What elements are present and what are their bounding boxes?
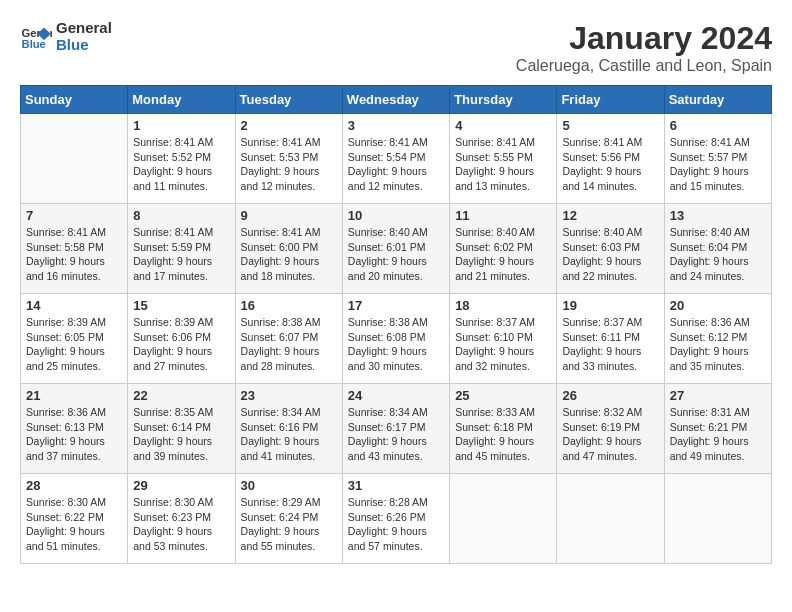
day-number: 7 [26, 208, 122, 223]
weekday-header-tuesday: Tuesday [235, 86, 342, 114]
month-year-title: January 2024 [516, 20, 772, 57]
calendar-cell: 6Sunrise: 8:41 AMSunset: 5:57 PMDaylight… [664, 114, 771, 204]
day-info: Sunrise: 8:34 AMSunset: 6:16 PMDaylight:… [241, 405, 337, 464]
title-area: January 2024 Caleruega, Castille and Leo… [516, 20, 772, 75]
calendar-cell: 5Sunrise: 8:41 AMSunset: 5:56 PMDaylight… [557, 114, 664, 204]
calendar-week-4: 21Sunrise: 8:36 AMSunset: 6:13 PMDayligh… [21, 384, 772, 474]
day-info: Sunrise: 8:41 AMSunset: 5:56 PMDaylight:… [562, 135, 658, 194]
weekday-header-saturday: Saturday [664, 86, 771, 114]
logo-line2: Blue [56, 37, 112, 54]
day-number: 30 [241, 478, 337, 493]
weekday-header-row: SundayMondayTuesdayWednesdayThursdayFrid… [21, 86, 772, 114]
day-info: Sunrise: 8:41 AMSunset: 6:00 PMDaylight:… [241, 225, 337, 284]
calendar-cell: 22Sunrise: 8:35 AMSunset: 6:14 PMDayligh… [128, 384, 235, 474]
day-number: 16 [241, 298, 337, 313]
logo: General Blue General Blue [20, 20, 112, 53]
day-info: Sunrise: 8:33 AMSunset: 6:18 PMDaylight:… [455, 405, 551, 464]
calendar-cell: 3Sunrise: 8:41 AMSunset: 5:54 PMDaylight… [342, 114, 449, 204]
day-info: Sunrise: 8:30 AMSunset: 6:23 PMDaylight:… [133, 495, 229, 554]
day-info: Sunrise: 8:28 AMSunset: 6:26 PMDaylight:… [348, 495, 444, 554]
day-info: Sunrise: 8:41 AMSunset: 5:52 PMDaylight:… [133, 135, 229, 194]
calendar-cell: 14Sunrise: 8:39 AMSunset: 6:05 PMDayligh… [21, 294, 128, 384]
day-number: 13 [670, 208, 766, 223]
day-number: 1 [133, 118, 229, 133]
weekday-header-wednesday: Wednesday [342, 86, 449, 114]
calendar-cell: 12Sunrise: 8:40 AMSunset: 6:03 PMDayligh… [557, 204, 664, 294]
day-info: Sunrise: 8:41 AMSunset: 5:53 PMDaylight:… [241, 135, 337, 194]
day-number: 21 [26, 388, 122, 403]
calendar-table: SundayMondayTuesdayWednesdayThursdayFrid… [20, 85, 772, 564]
day-info: Sunrise: 8:40 AMSunset: 6:04 PMDaylight:… [670, 225, 766, 284]
day-info: Sunrise: 8:40 AMSunset: 6:01 PMDaylight:… [348, 225, 444, 284]
calendar-cell: 23Sunrise: 8:34 AMSunset: 6:16 PMDayligh… [235, 384, 342, 474]
day-number: 15 [133, 298, 229, 313]
day-info: Sunrise: 8:38 AMSunset: 6:08 PMDaylight:… [348, 315, 444, 374]
calendar-cell: 31Sunrise: 8:28 AMSunset: 6:26 PMDayligh… [342, 474, 449, 564]
calendar-cell: 17Sunrise: 8:38 AMSunset: 6:08 PMDayligh… [342, 294, 449, 384]
day-number: 23 [241, 388, 337, 403]
weekday-header-monday: Monday [128, 86, 235, 114]
day-number: 17 [348, 298, 444, 313]
calendar-cell [664, 474, 771, 564]
calendar-week-1: 1Sunrise: 8:41 AMSunset: 5:52 PMDaylight… [21, 114, 772, 204]
day-number: 10 [348, 208, 444, 223]
calendar-cell: 13Sunrise: 8:40 AMSunset: 6:04 PMDayligh… [664, 204, 771, 294]
weekday-header-sunday: Sunday [21, 86, 128, 114]
calendar-week-3: 14Sunrise: 8:39 AMSunset: 6:05 PMDayligh… [21, 294, 772, 384]
day-number: 11 [455, 208, 551, 223]
calendar-week-2: 7Sunrise: 8:41 AMSunset: 5:58 PMDaylight… [21, 204, 772, 294]
calendar-cell: 21Sunrise: 8:36 AMSunset: 6:13 PMDayligh… [21, 384, 128, 474]
day-number: 2 [241, 118, 337, 133]
calendar-cell: 19Sunrise: 8:37 AMSunset: 6:11 PMDayligh… [557, 294, 664, 384]
day-info: Sunrise: 8:41 AMSunset: 5:59 PMDaylight:… [133, 225, 229, 284]
calendar-cell: 18Sunrise: 8:37 AMSunset: 6:10 PMDayligh… [450, 294, 557, 384]
day-number: 5 [562, 118, 658, 133]
calendar-cell: 1Sunrise: 8:41 AMSunset: 5:52 PMDaylight… [128, 114, 235, 204]
calendar-cell: 2Sunrise: 8:41 AMSunset: 5:53 PMDaylight… [235, 114, 342, 204]
day-info: Sunrise: 8:41 AMSunset: 5:57 PMDaylight:… [670, 135, 766, 194]
weekday-header-thursday: Thursday [450, 86, 557, 114]
day-number: 14 [26, 298, 122, 313]
logo-line1: General [56, 20, 112, 37]
svg-text:Blue: Blue [22, 38, 46, 50]
day-info: Sunrise: 8:41 AMSunset: 5:55 PMDaylight:… [455, 135, 551, 194]
day-number: 4 [455, 118, 551, 133]
day-number: 8 [133, 208, 229, 223]
day-number: 20 [670, 298, 766, 313]
calendar-cell: 15Sunrise: 8:39 AMSunset: 6:06 PMDayligh… [128, 294, 235, 384]
day-number: 28 [26, 478, 122, 493]
calendar-cell: 7Sunrise: 8:41 AMSunset: 5:58 PMDaylight… [21, 204, 128, 294]
day-info: Sunrise: 8:32 AMSunset: 6:19 PMDaylight:… [562, 405, 658, 464]
day-number: 19 [562, 298, 658, 313]
day-number: 9 [241, 208, 337, 223]
calendar-cell: 25Sunrise: 8:33 AMSunset: 6:18 PMDayligh… [450, 384, 557, 474]
calendar-week-5: 28Sunrise: 8:30 AMSunset: 6:22 PMDayligh… [21, 474, 772, 564]
day-info: Sunrise: 8:37 AMSunset: 6:11 PMDaylight:… [562, 315, 658, 374]
logo-icon: General Blue [20, 21, 52, 53]
day-number: 18 [455, 298, 551, 313]
day-info: Sunrise: 8:31 AMSunset: 6:21 PMDaylight:… [670, 405, 766, 464]
calendar-cell: 28Sunrise: 8:30 AMSunset: 6:22 PMDayligh… [21, 474, 128, 564]
calendar-cell: 8Sunrise: 8:41 AMSunset: 5:59 PMDaylight… [128, 204, 235, 294]
calendar-cell: 16Sunrise: 8:38 AMSunset: 6:07 PMDayligh… [235, 294, 342, 384]
day-info: Sunrise: 8:35 AMSunset: 6:14 PMDaylight:… [133, 405, 229, 464]
day-info: Sunrise: 8:34 AMSunset: 6:17 PMDaylight:… [348, 405, 444, 464]
day-info: Sunrise: 8:38 AMSunset: 6:07 PMDaylight:… [241, 315, 337, 374]
calendar-cell [450, 474, 557, 564]
day-info: Sunrise: 8:39 AMSunset: 6:05 PMDaylight:… [26, 315, 122, 374]
day-number: 12 [562, 208, 658, 223]
day-info: Sunrise: 8:40 AMSunset: 6:02 PMDaylight:… [455, 225, 551, 284]
weekday-header-friday: Friday [557, 86, 664, 114]
day-info: Sunrise: 8:37 AMSunset: 6:10 PMDaylight:… [455, 315, 551, 374]
calendar-cell: 9Sunrise: 8:41 AMSunset: 6:00 PMDaylight… [235, 204, 342, 294]
day-number: 31 [348, 478, 444, 493]
calendar-cell [21, 114, 128, 204]
calendar-cell [557, 474, 664, 564]
day-info: Sunrise: 8:41 AMSunset: 5:58 PMDaylight:… [26, 225, 122, 284]
calendar-cell: 30Sunrise: 8:29 AMSunset: 6:24 PMDayligh… [235, 474, 342, 564]
day-number: 22 [133, 388, 229, 403]
day-number: 6 [670, 118, 766, 133]
day-number: 26 [562, 388, 658, 403]
day-info: Sunrise: 8:30 AMSunset: 6:22 PMDaylight:… [26, 495, 122, 554]
day-info: Sunrise: 8:36 AMSunset: 6:12 PMDaylight:… [670, 315, 766, 374]
